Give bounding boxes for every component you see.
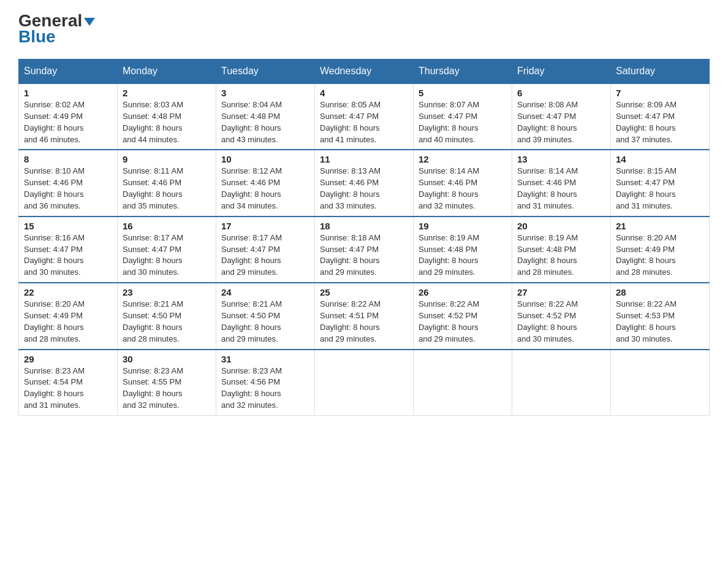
- day-info: Sunrise: 8:19 AMSunset: 4:48 PMDaylight:…: [419, 232, 507, 278]
- day-cell: 2 Sunrise: 8:03 AMSunset: 4:48 PMDayligh…: [118, 83, 216, 150]
- day-cell: 14 Sunrise: 8:15 AMSunset: 4:47 PMDaylig…: [611, 150, 710, 216]
- day-cell: 25 Sunrise: 8:22 AMSunset: 4:51 PMDaylig…: [315, 283, 414, 349]
- day-number: 25: [320, 287, 408, 297]
- week-row-4: 22 Sunrise: 8:20 AMSunset: 4:49 PMDaylig…: [19, 283, 710, 349]
- page-header: General Blue: [18, 12, 710, 47]
- day-cell: 31 Sunrise: 8:23 AMSunset: 4:56 PMDaylig…: [216, 350, 315, 416]
- day-info: Sunrise: 8:14 AMSunset: 4:46 PMDaylight:…: [419, 166, 507, 212]
- day-number: 7: [616, 88, 704, 98]
- day-cell: 4 Sunrise: 8:05 AMSunset: 4:47 PMDayligh…: [315, 83, 414, 150]
- day-info: Sunrise: 8:15 AMSunset: 4:47 PMDaylight:…: [616, 166, 704, 212]
- day-cell: 10 Sunrise: 8:12 AMSunset: 4:46 PMDaylig…: [216, 150, 315, 216]
- header-row: SundayMondayTuesdayWednesdayThursdayFrid…: [19, 59, 710, 84]
- day-cell: 7 Sunrise: 8:09 AMSunset: 4:47 PMDayligh…: [611, 83, 710, 150]
- day-number: 5: [419, 88, 507, 98]
- day-cell: 23 Sunrise: 8:21 AMSunset: 4:50 PMDaylig…: [118, 283, 216, 349]
- day-info: Sunrise: 8:02 AMSunset: 4:49 PMDaylight:…: [24, 99, 112, 145]
- day-number: 17: [221, 221, 309, 231]
- day-cell: [414, 350, 512, 416]
- header-monday: Monday: [118, 59, 216, 84]
- day-info: Sunrise: 8:20 AMSunset: 4:49 PMDaylight:…: [616, 232, 704, 278]
- day-cell: 21 Sunrise: 8:20 AMSunset: 4:49 PMDaylig…: [611, 216, 710, 283]
- day-number: 10: [221, 154, 309, 164]
- day-cell: 9 Sunrise: 8:11 AMSunset: 4:46 PMDayligh…: [118, 150, 216, 216]
- header-friday: Friday: [512, 59, 611, 84]
- day-number: 18: [320, 221, 408, 231]
- day-info: Sunrise: 8:04 AMSunset: 4:48 PMDaylight:…: [221, 99, 309, 145]
- day-number: 31: [221, 354, 309, 364]
- logo: General Blue: [18, 12, 95, 47]
- day-number: 14: [616, 154, 704, 164]
- day-cell: 11 Sunrise: 8:13 AMSunset: 4:46 PMDaylig…: [315, 150, 414, 216]
- day-info: Sunrise: 8:22 AMSunset: 4:52 PMDaylight:…: [419, 299, 507, 345]
- day-number: 16: [123, 221, 211, 231]
- day-cell: 8 Sunrise: 8:10 AMSunset: 4:46 PMDayligh…: [19, 150, 118, 216]
- day-info: Sunrise: 8:20 AMSunset: 4:49 PMDaylight:…: [24, 299, 112, 345]
- day-info: Sunrise: 8:07 AMSunset: 4:47 PMDaylight:…: [419, 99, 507, 145]
- day-cell: 16 Sunrise: 8:17 AMSunset: 4:47 PMDaylig…: [118, 216, 216, 283]
- day-cell: [512, 350, 611, 416]
- day-number: 27: [517, 287, 605, 297]
- day-number: 3: [221, 88, 309, 98]
- header-saturday: Saturday: [611, 59, 710, 84]
- day-info: Sunrise: 8:03 AMSunset: 4:48 PMDaylight:…: [123, 99, 211, 145]
- week-row-1: 1 Sunrise: 8:02 AMSunset: 4:49 PMDayligh…: [19, 83, 710, 150]
- day-cell: 18 Sunrise: 8:18 AMSunset: 4:47 PMDaylig…: [315, 216, 414, 283]
- day-info: Sunrise: 8:23 AMSunset: 4:54 PMDaylight:…: [24, 366, 112, 412]
- day-cell: 26 Sunrise: 8:22 AMSunset: 4:52 PMDaylig…: [414, 283, 512, 349]
- day-number: 11: [320, 154, 408, 164]
- day-number: 8: [24, 154, 112, 164]
- day-cell: 13 Sunrise: 8:14 AMSunset: 4:46 PMDaylig…: [512, 150, 611, 216]
- day-info: Sunrise: 8:10 AMSunset: 4:46 PMDaylight:…: [24, 166, 112, 212]
- header-wednesday: Wednesday: [315, 59, 414, 84]
- day-info: Sunrise: 8:21 AMSunset: 4:50 PMDaylight:…: [221, 299, 309, 345]
- day-info: Sunrise: 8:12 AMSunset: 4:46 PMDaylight:…: [221, 166, 309, 212]
- day-cell: 19 Sunrise: 8:19 AMSunset: 4:48 PMDaylig…: [414, 216, 512, 283]
- day-cell: 3 Sunrise: 8:04 AMSunset: 4:48 PMDayligh…: [216, 83, 315, 150]
- day-number: 2: [123, 88, 211, 98]
- day-number: 23: [123, 287, 211, 297]
- day-number: 28: [616, 287, 704, 297]
- day-cell: 6 Sunrise: 8:08 AMSunset: 4:47 PMDayligh…: [512, 83, 611, 150]
- day-info: Sunrise: 8:05 AMSunset: 4:47 PMDaylight:…: [320, 99, 408, 145]
- day-cell: 28 Sunrise: 8:22 AMSunset: 4:53 PMDaylig…: [611, 283, 710, 349]
- week-row-5: 29 Sunrise: 8:23 AMSunset: 4:54 PMDaylig…: [19, 350, 710, 416]
- day-cell: 1 Sunrise: 8:02 AMSunset: 4:49 PMDayligh…: [19, 83, 118, 150]
- day-number: 22: [24, 287, 112, 297]
- day-number: 29: [24, 354, 112, 364]
- day-info: Sunrise: 8:09 AMSunset: 4:47 PMDaylight:…: [616, 99, 704, 145]
- day-number: 26: [419, 287, 507, 297]
- logo-triangle-icon: [84, 18, 95, 26]
- day-info: Sunrise: 8:23 AMSunset: 4:56 PMDaylight:…: [221, 366, 309, 412]
- day-cell: [611, 350, 710, 416]
- day-number: 12: [419, 154, 507, 164]
- header-tuesday: Tuesday: [216, 59, 315, 84]
- day-info: Sunrise: 8:18 AMSunset: 4:47 PMDaylight:…: [320, 232, 408, 278]
- week-row-3: 15 Sunrise: 8:16 AMSunset: 4:47 PMDaylig…: [19, 216, 710, 283]
- day-info: Sunrise: 8:16 AMSunset: 4:47 PMDaylight:…: [24, 232, 112, 278]
- day-number: 9: [123, 154, 211, 164]
- day-info: Sunrise: 8:17 AMSunset: 4:47 PMDaylight:…: [123, 232, 211, 278]
- day-info: Sunrise: 8:11 AMSunset: 4:46 PMDaylight:…: [123, 166, 211, 212]
- day-cell: 15 Sunrise: 8:16 AMSunset: 4:47 PMDaylig…: [19, 216, 118, 283]
- day-info: Sunrise: 8:23 AMSunset: 4:55 PMDaylight:…: [123, 366, 211, 412]
- logo-blue: Blue: [18, 27, 56, 47]
- day-number: 4: [320, 88, 408, 98]
- day-cell: 22 Sunrise: 8:20 AMSunset: 4:49 PMDaylig…: [19, 283, 118, 349]
- day-info: Sunrise: 8:14 AMSunset: 4:46 PMDaylight:…: [517, 166, 605, 212]
- week-row-2: 8 Sunrise: 8:10 AMSunset: 4:46 PMDayligh…: [19, 150, 710, 216]
- day-number: 15: [24, 221, 112, 231]
- header-sunday: Sunday: [19, 59, 118, 84]
- day-number: 1: [24, 88, 112, 98]
- day-number: 19: [419, 221, 507, 231]
- day-number: 30: [123, 354, 211, 364]
- day-number: 20: [517, 221, 605, 231]
- day-info: Sunrise: 8:22 AMSunset: 4:51 PMDaylight:…: [320, 299, 408, 345]
- day-number: 21: [616, 221, 704, 231]
- header-thursday: Thursday: [414, 59, 512, 84]
- day-cell: 17 Sunrise: 8:17 AMSunset: 4:47 PMDaylig…: [216, 216, 315, 283]
- day-info: Sunrise: 8:22 AMSunset: 4:52 PMDaylight:…: [517, 299, 605, 345]
- day-number: 24: [221, 287, 309, 297]
- day-cell: [315, 350, 414, 416]
- calendar-table: SundayMondayTuesdayWednesdayThursdayFrid…: [18, 59, 710, 416]
